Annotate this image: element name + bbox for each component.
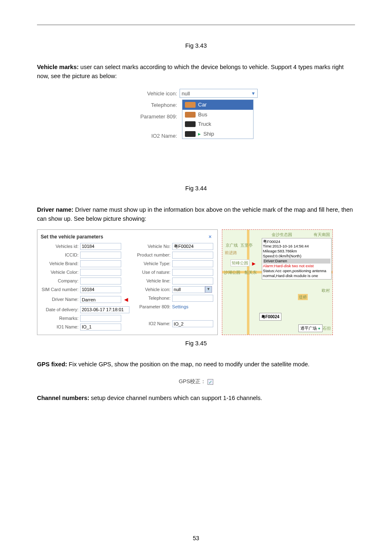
vehicles-id-label: Vehicles id:	[39, 243, 80, 250]
vehicle-marks-body: user can select marks according to which…	[37, 64, 344, 79]
date-delivery-input[interactable]	[80, 306, 129, 313]
chevron-down-icon[interactable]: ▼	[205, 286, 212, 293]
map-label-8: 前进路	[225, 250, 237, 256]
vehicle-icon-selected: null	[182, 90, 190, 98]
gps-fixed-body: Fix vehicle GPS, show the position on th…	[67, 361, 309, 368]
date-delivery-label: Date of delivery:	[39, 306, 80, 313]
set-vehicle-parameters-demo: Set the vehicle parameters × Vehicles id…	[37, 229, 355, 335]
company-input[interactable]	[80, 278, 121, 284]
remarks-label: Remarks:	[39, 315, 80, 322]
form-title: Set the vehicle parameters ×	[39, 232, 213, 241]
driver-name-form-label: Driver Name:	[39, 296, 80, 303]
ship-icon	[185, 131, 196, 137]
io2-name-input[interactable]	[172, 320, 213, 327]
vehicle-icon-options: Car Bus Truck ▸ Ship	[182, 99, 254, 139]
map-label-1: 金沙生态园	[272, 231, 292, 238]
map-info-plate: 粤F00024	[263, 239, 330, 244]
vehicle-brand-input[interactable]	[80, 260, 121, 267]
map-label-5: 韶关东	[244, 269, 257, 275]
car-icon	[185, 102, 196, 108]
page-number: 53	[0, 534, 392, 543]
fig-343-caption: Fig 3.43	[37, 42, 355, 51]
map-label-3: 京广线	[226, 242, 238, 248]
param-809-form-label: Parameter 809:	[131, 303, 172, 310]
vehicle-line-label: Vehicle line:	[131, 278, 172, 284]
io2-name-label: IO2 Name:	[131, 320, 172, 327]
channel-numbers-label: Channel numbers:	[37, 395, 89, 401]
vehicle-type-input[interactable]	[172, 260, 213, 267]
vehicle-icon-dropdown-demo: Vehicle icon: null ▼ Telephone: Paramete…	[134, 89, 258, 139]
fig-345-caption: Fig 3.45	[37, 339, 355, 348]
option-bus[interactable]: Bus	[182, 110, 253, 120]
driver-name-label: Driver name:	[37, 206, 74, 213]
io2-label-dd: IO2 Name:	[134, 132, 180, 140]
option-car[interactable]: Car	[182, 100, 253, 110]
fig-344-caption: Fig 3.44	[37, 184, 355, 193]
use-of-nature-label: Use of nature:	[131, 269, 172, 276]
vehicle-color-input[interactable]	[80, 269, 121, 276]
map-info-status: Status:Acc open,positioning antenna norm…	[263, 268, 330, 278]
product-number-label: Product number:	[131, 252, 172, 259]
driver-name-input[interactable]	[80, 296, 121, 303]
map-label-2: 有天南国	[314, 231, 330, 238]
settings-link[interactable]: Settings	[172, 303, 189, 310]
option-ship[interactable]: ▸ Ship	[182, 129, 253, 139]
map-info-mileage: Mileage:583.786km	[263, 249, 330, 254]
vehicle-icon-form-input[interactable]	[172, 286, 205, 293]
io1-name-label: IO1 Name:	[39, 324, 80, 331]
driver-name-body: Driver name must show up in the informat…	[37, 206, 353, 222]
map-plate-box: 粤F00024	[259, 313, 281, 321]
vehicle-icon-select[interactable]: null ▼	[180, 89, 258, 98]
map-label-6: 沙湖公园	[224, 269, 240, 275]
gps-fixed-label: GPS fixed:	[37, 361, 67, 368]
vehicle-no-label: Vehicle No:	[131, 243, 172, 250]
map-info-speed: Speed:0.0km/h(North)	[263, 254, 330, 259]
product-number-input[interactable]	[172, 252, 213, 259]
red-arrow-icon: ►	[251, 259, 257, 268]
vehicle-icon-label: Vehicle icon:	[134, 90, 180, 98]
map-label-9: 欧村	[322, 287, 330, 294]
map-info-box: 粤F00024 Time:2013-10-16 14:56:44 Mileage…	[262, 238, 332, 280]
gps-fix-demo: GPS校正：	[37, 377, 355, 386]
vehicles-id-input[interactable]	[80, 243, 121, 250]
sim-card-label: SIM Card number:	[39, 286, 80, 293]
vehicle-color-label: Vehicle Color:	[39, 269, 80, 276]
telephone-input[interactable]	[172, 295, 213, 302]
telephone-form-label: Telephone:	[131, 295, 172, 302]
use-of-nature-input[interactable]	[172, 269, 213, 276]
map-label-4: 五里亭	[240, 242, 253, 248]
company-label: Company:	[39, 278, 80, 284]
gps-fix-checkbox[interactable]	[208, 379, 213, 385]
option-truck[interactable]: Truck	[182, 119, 253, 129]
vehicle-type-label: Vehicle Type:	[131, 260, 172, 267]
map-label-11: 石但	[323, 325, 331, 331]
map-park-box: 通平广场 ●	[298, 324, 323, 332]
gps-fix-label: GPS校正：	[179, 378, 206, 384]
gps-fixed-para: GPS fixed: Fix vehicle GPS, show the pos…	[37, 360, 355, 369]
map-panel: 金沙生态园 有天南国 京广线 五里亭 前进路 矩峰公园 沙湖公园 韶关东 欧村 …	[222, 229, 333, 335]
iccid-label: ICCID:	[39, 252, 80, 259]
vehicle-marks-para: Vehicle marks: user can select marks acc…	[37, 63, 355, 81]
vehicle-icon-form-label: Vehicle icon:	[131, 286, 172, 293]
truck-icon	[185, 121, 196, 127]
telephone-label: Telephone:	[134, 101, 180, 109]
io1-name-input[interactable]	[80, 324, 121, 331]
iccid-input[interactable]	[80, 252, 121, 259]
close-icon[interactable]: ×	[209, 233, 212, 240]
param-809-label: Parameter 809:	[134, 113, 180, 121]
map-info-time: Time:2013-10-16 14:56:44	[263, 244, 330, 249]
remarks-input[interactable]	[80, 315, 121, 322]
channel-numbers-body: setup device channel numbers which can s…	[89, 395, 262, 401]
map-label-10: 堤桥	[298, 294, 308, 300]
chevron-down-icon: ▼	[251, 90, 256, 97]
bus-icon	[185, 112, 196, 118]
vehicle-line-input[interactable]	[172, 278, 213, 284]
vehicle-no-input[interactable]	[172, 243, 213, 250]
red-arrow-icon: ◄	[123, 295, 129, 305]
sim-card-input[interactable]	[80, 286, 121, 293]
map-info-alarm: Alarm:Hard-disk two not exist	[263, 264, 330, 268]
map-info-driver: Driver:Darren	[263, 259, 330, 264]
form-panel: Set the vehicle parameters × Vehicles id…	[37, 229, 218, 335]
driver-name-para: Driver name: Driver name must show up in…	[37, 206, 355, 224]
channel-numbers-para: Channel numbers: setup device channel nu…	[37, 394, 355, 403]
